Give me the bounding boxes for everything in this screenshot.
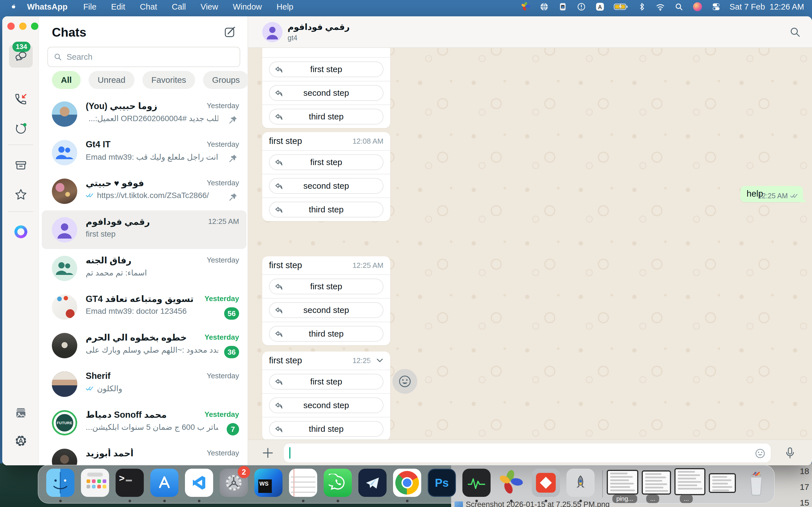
conversation-search-button[interactable]	[790, 26, 801, 38]
device-icon[interactable]	[558, 2, 568, 12]
emoji-picker-button[interactable]	[755, 448, 766, 459]
menu-bar: WhatsApp FileEditChatCallViewWindowHelp …	[0, 0, 812, 13]
chat-list-item[interactable]: Sherif والكلون Yesterday	[42, 365, 246, 403]
quick-reply-button[interactable]: first step	[269, 374, 384, 390]
chat-list-item[interactable]: رقمي فودافوم first step 12:25 AM	[42, 210, 246, 249]
battery-charging-icon[interactable]	[613, 2, 628, 12]
input-source-a-icon[interactable]: A	[595, 2, 605, 12]
chat-preview: والعدد محدود :~اللهم صلي وسلم وبارك على	[86, 345, 218, 355]
minimized-window-thumbnail[interactable]	[607, 470, 638, 495]
message-input[interactable]	[283, 443, 771, 463]
chat-list-item[interactable]: FUTURE محمد Sonoff دمياط شاتر ب 600 ج ضم…	[42, 403, 246, 442]
dock-photoshop-icon[interactable]: Ps	[428, 469, 456, 497]
rail-settings-button[interactable]	[9, 429, 33, 452]
quick-reply-button[interactable]: first step	[269, 279, 384, 294]
rail-media-button[interactable]	[9, 401, 33, 424]
spotlight-icon[interactable]	[674, 2, 684, 12]
conversation-avatar[interactable]	[262, 22, 283, 42]
rail-starred-button[interactable]	[9, 183, 33, 206]
react-emoji-button[interactable]	[393, 369, 417, 394]
minimized-window-thumbnail[interactable]	[674, 468, 705, 495]
bluetooth-icon[interactable]	[637, 2, 647, 12]
dock-vscode-icon[interactable]	[185, 469, 213, 497]
rail-calls-button[interactable]	[9, 87, 33, 110]
chat-list-item[interactable]: رفاق الجنه اسماء: تم محمد تم Yesterday	[42, 249, 246, 288]
menu-item-chat[interactable]: Chat	[133, 2, 164, 11]
quick-reply-button[interactable]: third step	[269, 109, 384, 124]
filter-groups[interactable]: Groups	[203, 71, 249, 89]
outgoing-message[interactable]: help 12:25 AM	[741, 186, 803, 202]
reply-arrow-icon	[274, 401, 284, 410]
image-file-icon	[455, 501, 463, 507]
dock-whatsapp-icon[interactable]	[324, 469, 352, 497]
filter-all[interactable]: All	[52, 71, 81, 89]
rail-meta-ai-button[interactable]	[9, 220, 33, 243]
quick-reply-button[interactable]: third step	[269, 421, 384, 437]
gradient-sphere-icon[interactable]	[693, 2, 703, 12]
quick-reply-button[interactable]: second step	[269, 85, 384, 101]
menu-item-edit[interactable]: Edit	[104, 2, 133, 11]
attach-button[interactable]	[262, 447, 274, 459]
new-chat-button[interactable]	[224, 26, 236, 38]
dock-finder-icon[interactable]	[46, 469, 74, 497]
chat-time: 12:25 AM	[208, 217, 239, 226]
dock-activity-monitor-icon[interactable]	[462, 469, 491, 497]
control-center-icon[interactable]	[711, 2, 721, 12]
quick-reply-button[interactable]: second step	[269, 302, 384, 318]
time-machine-icon[interactable]	[576, 2, 587, 12]
chat-list-item[interactable]: فوفو ♥ حبيتي https://vt.tiktok.com/ZSaTc…	[42, 172, 246, 210]
message-text: first step	[269, 136, 302, 146]
message-card: first step12:08 AMfirst stepsecond stept…	[262, 132, 390, 221]
menu-item-help[interactable]: Help	[269, 2, 301, 11]
desktop-file[interactable]: Screenshot 2026-01-15 at 7.25.55 PM.png	[455, 500, 610, 507]
menubar-clock[interactable]: Sat 7 Feb 12:26 AM	[730, 2, 804, 11]
dock-terminal-icon[interactable]: >	[116, 469, 144, 497]
quick-reply-button[interactable]: second step	[269, 178, 384, 194]
quick-reply-button[interactable]: first step	[269, 61, 384, 77]
chat-filters: AllUnreadFavoritesGroups	[52, 71, 249, 89]
message-menu-chevron[interactable]	[372, 354, 388, 367]
quick-reply-button[interactable]: first step	[269, 154, 384, 170]
dock-pinwheel-app-icon[interactable]	[497, 469, 525, 497]
rail-archive-button[interactable]	[9, 154, 33, 177]
menu-item-call[interactable]: Call	[164, 2, 193, 11]
menu-item-view[interactable]: View	[193, 2, 225, 11]
quick-reply-button[interactable]: third step	[269, 326, 384, 342]
search-input[interactable]	[66, 52, 224, 62]
search-field[interactable]	[47, 47, 240, 67]
menu-item-window[interactable]: Window	[225, 2, 269, 11]
dock-telegram-icon[interactable]	[358, 469, 387, 497]
pinwheel-icon[interactable]	[520, 2, 530, 12]
chat-list-item[interactable]: زوما حبيبي (You) طلب جديد #ORD2602060004…	[42, 95, 246, 133]
dock-red-diamond-app-icon[interactable]	[532, 469, 560, 497]
chat-name: GT4 تسويق ومتباعه تعاقد	[86, 294, 194, 304]
apple-menu[interactable]	[8, 2, 18, 12]
close-window-button[interactable]	[7, 22, 15, 30]
menu-app-name[interactable]: WhatsApp	[18, 2, 76, 11]
filter-unread[interactable]: Unread	[89, 71, 134, 89]
dock-notes-icon[interactable]	[289, 469, 317, 497]
dock-rocket-app-icon[interactable]	[566, 469, 595, 497]
minimize-window-button[interactable]	[19, 22, 27, 30]
chat-list-item[interactable]: GT4 تسويق ومتباعه تعاقد Emad mtw39: doct…	[42, 288, 246, 326]
filter-favorites[interactable]: Favorites	[142, 71, 195, 89]
dock-webstorm-icon[interactable]: WS	[254, 469, 283, 497]
rail-status-button[interactable]	[9, 117, 33, 140]
chat-list-item[interactable]: خطوه بخطوه الي الحرم والعدد محدود :~الله…	[42, 326, 246, 365]
globe-icon[interactable]	[539, 2, 549, 12]
chat-list-item[interactable]: Gt4 IT Emad mtw39: يلا بينا انت راجل ملع…	[42, 133, 246, 172]
dock-chrome-icon[interactable]	[393, 469, 421, 497]
minimized-window-thumbnail[interactable]	[642, 470, 671, 495]
minimized-window-thumbnail[interactable]	[709, 473, 736, 493]
dock-launchpad-icon[interactable]	[81, 469, 109, 497]
chat-list-item[interactable]: أحمد أبوزيد Yesterday	[42, 442, 246, 465]
menu-item-file[interactable]: File	[76, 2, 104, 11]
quick-reply-button[interactable]: second step	[269, 397, 384, 413]
dock-trash-icon[interactable]	[742, 469, 770, 497]
quick-reply-button[interactable]: third step	[269, 202, 384, 217]
conversation-header[interactable]: رقمي فودافوم gt4	[248, 16, 812, 48]
voice-message-button[interactable]	[784, 447, 796, 459]
wifi-icon[interactable]	[655, 2, 665, 12]
zoom-window-button[interactable]	[31, 22, 38, 30]
dock-app-store-icon[interactable]	[150, 469, 179, 497]
